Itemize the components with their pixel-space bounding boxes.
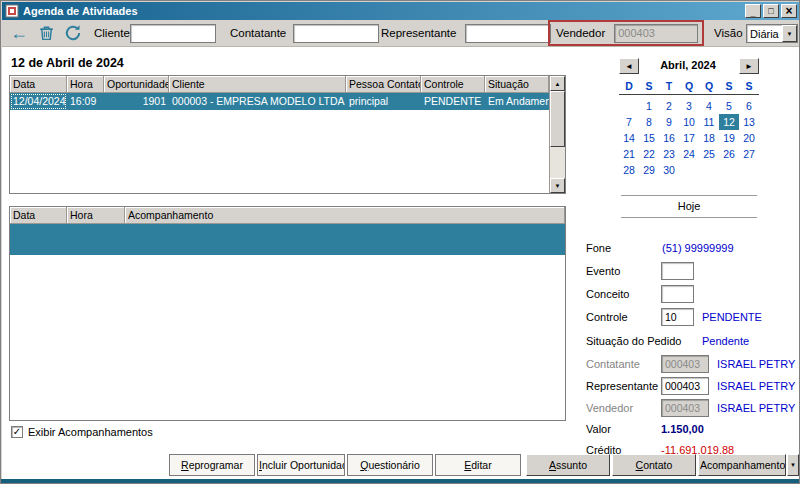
maximize-button[interactable]: □ — [763, 4, 779, 18]
visao-select[interactable]: Diária ▼ — [746, 24, 798, 43]
evento-input[interactable] — [661, 262, 694, 280]
calendar-day[interactable]: 22 — [639, 146, 659, 162]
calendar-day[interactable]: 19 — [719, 130, 739, 146]
fone-label: Fone — [586, 242, 611, 254]
calendar-day[interactable]: 24 — [679, 146, 699, 162]
calendar-day[interactable]: 26 — [719, 146, 739, 162]
scroll-up-icon[interactable]: ▲ — [550, 76, 565, 91]
contatante-code-input[interactable] — [661, 355, 709, 373]
calendar-day[interactable]: 13 — [739, 114, 759, 130]
calendar-day[interactable]: 23 — [659, 146, 679, 162]
calendar-day[interactable]: 18 — [699, 130, 719, 146]
followups-table: DataHoraAcompanhamento — [9, 206, 566, 421]
minimize-button[interactable]: _ — [745, 4, 761, 18]
questionario-button[interactable]: Questionário — [347, 454, 433, 476]
calendar-separator — [621, 217, 757, 218]
scrollbar-track[interactable] — [550, 147, 565, 178]
calendar-grid: 1234567891011121314151617181920212223242… — [619, 98, 759, 178]
column-header[interactable]: Situação — [485, 76, 549, 93]
calendar-day[interactable]: 28 — [619, 162, 639, 178]
calendar-day[interactable]: 8 — [639, 114, 659, 130]
followup-selected-row[interactable] — [10, 224, 565, 255]
vendedor-input[interactable] — [614, 24, 698, 43]
calendar-prev-button[interactable]: ◄ — [619, 58, 639, 74]
controle-input[interactable] — [661, 308, 694, 326]
checkbox-label: Exibir Acompanhamentos — [28, 426, 153, 438]
column-header[interactable]: Oportunidade — [104, 76, 169, 93]
column-header[interactable]: Hora — [67, 207, 125, 224]
activity-row[interactable]: 12/04/202416:091901000003 - EMPRESA MODE… — [10, 93, 549, 110]
cliente-input[interactable] — [130, 24, 216, 43]
action-button-bar: ReprogramarIncluir OportunidadeQuestioná… — [169, 454, 786, 476]
calendar-next-button[interactable]: ► — [739, 58, 759, 74]
incluir-oportunidade-button[interactable]: Incluir Oportunidade — [257, 454, 345, 476]
refresh-icon[interactable] — [62, 23, 84, 43]
calendar-day[interactable]: 17 — [679, 130, 699, 146]
calendar-day[interactable]: 15 — [639, 130, 659, 146]
activities-table-body: 12/04/202416:091901000003 - EMPRESA MODE… — [10, 93, 549, 110]
title-bar[interactable]: Agenda de Atividades _ □ × — [2, 2, 800, 20]
calendar-weekday: S — [719, 80, 739, 92]
representante-code-input[interactable] — [661, 377, 709, 395]
calendar-day[interactable]: 25 — [699, 146, 719, 162]
vendedor-detail-label: Vendedor — [586, 402, 633, 414]
contato-button[interactable]: Contato — [612, 454, 696, 476]
column-header[interactable]: Pessoa Contato — [346, 76, 421, 93]
column-header[interactable]: Data — [10, 76, 67, 93]
column-header[interactable]: Hora — [67, 76, 104, 93]
calendar-day[interactable]: 20 — [739, 130, 759, 146]
calendar-day[interactable]: 30 — [659, 162, 679, 178]
cell: 12/04/2024 — [10, 93, 67, 110]
checkbox-check-icon[interactable]: ✓ — [11, 426, 23, 438]
valor-label: Valor — [586, 423, 611, 435]
calendar-day[interactable]: 27 — [739, 146, 759, 162]
close-button[interactable]: × — [781, 4, 797, 18]
column-header[interactable]: Data — [10, 207, 67, 224]
calendar-blank — [699, 162, 719, 178]
scroll-down-icon[interactable]: ▼ — [550, 178, 565, 193]
calendar-day[interactable]: 12 — [719, 114, 739, 130]
calendar-day[interactable]: 2 — [659, 98, 679, 114]
exibir-acompanhamentos-checkbox[interactable]: ✓ Exibir Acompanhamentos — [11, 426, 153, 438]
representante-input[interactable] — [465, 24, 551, 43]
calendar-day[interactable]: 29 — [639, 162, 659, 178]
calendar-day[interactable]: 1 — [639, 98, 659, 114]
acompanhamentos-dropdown-button[interactable]: ▼ — [787, 454, 799, 476]
delete-trash-icon[interactable] — [35, 23, 57, 43]
conceito-input[interactable] — [661, 285, 694, 303]
calendar-day[interactable]: 3 — [679, 98, 699, 114]
reprogramar-button[interactable]: Reprogramar — [169, 454, 255, 476]
calendar-day[interactable]: 7 — [619, 114, 639, 130]
conceito-label: Conceito — [586, 288, 629, 300]
calendar-day[interactable]: 10 — [679, 114, 699, 130]
scrollbar-thumb[interactable] — [550, 91, 565, 147]
assunto-button[interactable]: Assunto — [526, 454, 610, 476]
toolbar: ← Cliente Contatante Representante Vende… — [2, 20, 800, 47]
calendar-day[interactable]: 14 — [619, 130, 639, 146]
vendedor-highlight-annotation: Vendedor — [548, 20, 704, 46]
calendar-day[interactable]: 6 — [739, 98, 759, 114]
today-button[interactable]: Hoje — [619, 200, 759, 212]
acompanhamentos-button[interactable]: Acompanhamentos — [698, 454, 786, 476]
more-arrow-icon: ▼ — [790, 462, 796, 468]
calendar-day[interactable]: 11 — [699, 114, 719, 130]
activities-scrollbar[interactable]: ▲ ▼ — [549, 76, 565, 193]
calendar-day[interactable]: 21 — [619, 146, 639, 162]
editar-button[interactable]: Editar — [435, 454, 521, 476]
column-header[interactable]: Controle — [421, 76, 485, 93]
chevron-down-icon[interactable]: ▼ — [782, 25, 797, 42]
calendar-day[interactable]: 4 — [699, 98, 719, 114]
contatante-input[interactable] — [293, 24, 379, 43]
situacao-pedido-value: Pendente — [702, 335, 749, 347]
date-header: 12 de Abril de 2024 — [11, 56, 124, 70]
calendar-day[interactable]: 5 — [719, 98, 739, 114]
column-header[interactable]: Acompanhamento — [125, 207, 565, 224]
calendar-day[interactable]: 9 — [659, 114, 679, 130]
calendar-weekday: D — [619, 80, 639, 92]
vendedor-code-input[interactable] — [661, 399, 709, 417]
cell: Em Andamento — [485, 93, 549, 110]
column-header[interactable]: Cliente — [169, 76, 346, 93]
back-icon[interactable]: ← — [8, 23, 30, 43]
maximize-icon: □ — [768, 7, 773, 16]
calendar-day[interactable]: 16 — [659, 130, 679, 146]
